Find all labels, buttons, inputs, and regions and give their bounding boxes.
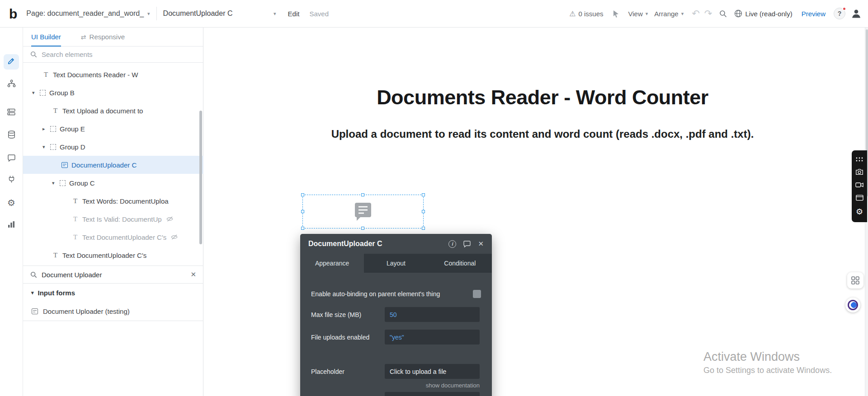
nav-comments-button[interactable] (4, 150, 19, 166)
page-dropdown[interactable]: Page: document_reader_and_word_ ▾ (26, 9, 150, 18)
resize-handle[interactable] (301, 193, 304, 196)
tree-item-text-is-valid[interactable]: T Text Is Valid: DocumentUp (23, 210, 203, 228)
notification-badge (842, 7, 846, 11)
uploads-enabled-value: "yes" (390, 334, 404, 341)
left-nav-rail: ⚙ (0, 28, 23, 396)
nav-workflow-button[interactable] (4, 77, 19, 92)
search-icon[interactable] (719, 10, 727, 18)
tree-item-label: DocumentUploader C (71, 161, 137, 169)
tree-item-group-e[interactable]: ▸ Group E (23, 120, 203, 138)
resize-handle[interactable] (422, 227, 425, 230)
tree-item-text-upload[interactable]: T Text Upload a document to (23, 102, 203, 120)
close-icon[interactable]: ✕ (478, 240, 484, 248)
help-button[interactable]: ? (834, 8, 845, 19)
drag-dots-icon[interactable] (856, 157, 863, 162)
activate-windows-watermark: Activate Windows (703, 350, 800, 364)
undo-icon[interactable]: ↶ (692, 8, 700, 19)
resize-handle[interactable] (361, 193, 364, 196)
edit-mode-label[interactable]: Edit (288, 10, 300, 18)
resize-handle[interactable] (301, 227, 304, 230)
tree-item-text-documents-reader[interactable]: T Text Documents Reader - W (23, 65, 203, 84)
section-header-label: Input forms (38, 289, 75, 297)
elements-panel: UI Builder ⇄ Responsive T Text Documents… (23, 28, 203, 396)
question-mark-icon: ? (838, 10, 842, 17)
info-icon[interactable]: i (448, 240, 456, 248)
resize-handle[interactable] (422, 193, 425, 196)
stacked-cards-icon (7, 108, 15, 117)
panel-scrollbar-thumb[interactable] (199, 111, 202, 244)
next-field-input-partial[interactable] (385, 392, 480, 396)
chevron-down-icon[interactable]: ▾ (32, 90, 40, 96)
tree-item-label: Text Documents Reader - W (53, 71, 138, 79)
issues-count-label: 0 issues (578, 10, 603, 18)
tree-item-group-b[interactable]: ▾ Group B (23, 84, 203, 102)
tree-item-documentuploader-c-selected[interactable]: DocumentUploader C (23, 156, 203, 174)
show-documentation-link[interactable]: show documentation (385, 382, 480, 389)
search-icon (30, 51, 37, 58)
arrange-menu[interactable]: Arrange ▾ (654, 10, 684, 18)
apps-grid-button[interactable] (847, 272, 863, 289)
element-dropdown[interactable]: DocumentUploader C ▾ (163, 9, 276, 18)
top-toolbar: b Page: document_reader_and_word_ ▾ Docu… (0, 0, 868, 28)
camera-icon[interactable] (855, 168, 863, 175)
clear-filter-icon[interactable]: ✕ (190, 270, 196, 279)
tree-item-text-words[interactable]: T Text Words: DocumentUploa (23, 192, 203, 210)
view-menu[interactable]: View ▾ (628, 10, 648, 18)
search-icon (30, 271, 37, 278)
tree-item-text-documentuploader-cs-hidden[interactable]: T Text DocumentUploader C's (23, 228, 203, 246)
max-file-size-input[interactable]: 50 (385, 307, 480, 322)
toolbar-right-group: ⚠ 0 issues View ▾ Arrange ▾ ↶ ↷ (569, 8, 862, 19)
live-status[interactable]: Live (read-only) (734, 9, 792, 18)
preview-button[interactable]: Preview (802, 10, 826, 18)
cursor-tool-icon[interactable] (613, 10, 619, 18)
tab-appearance[interactable]: Appearance (300, 254, 364, 273)
tree-item-label: Group E (60, 125, 85, 133)
tree-item-text-documentuploader-cs[interactable]: T Text DocumentUploader C's (23, 246, 203, 264)
tab-layout[interactable]: Layout (364, 254, 428, 273)
bubble-logo[interactable]: b (9, 0, 17, 28)
palette-item-label: Document Uploader (testing) (43, 307, 130, 315)
tree-item-group-d[interactable]: ▾ Group D (23, 138, 203, 156)
globe-icon (734, 9, 742, 18)
nav-plugins-button[interactable] (4, 172, 19, 188)
gear-icon[interactable]: ⚙ (856, 208, 863, 216)
nav-settings-button[interactable]: ⚙ (4, 195, 19, 210)
max-file-size-label: Max file size (MB) (311, 311, 385, 318)
element-filter-input[interactable] (42, 271, 186, 279)
resize-handle[interactable] (361, 227, 364, 230)
chevron-down-icon[interactable]: ▾ (52, 180, 60, 186)
nav-design-button[interactable] (4, 54, 19, 70)
placeholder-input[interactable]: Click to upload a file (385, 364, 480, 379)
redo-icon[interactable]: ↷ (704, 8, 712, 19)
search-elements-input[interactable] (42, 51, 196, 58)
palette-item-document-uploader[interactable]: Document Uploader (testing) (23, 302, 203, 321)
chevron-right-icon[interactable]: ▸ (42, 126, 50, 132)
saved-status: Saved (309, 10, 329, 18)
property-editor-titlebar[interactable]: DocumentUploader C i ✕ (300, 234, 492, 254)
nav-logs-button[interactable] (4, 218, 19, 233)
pencil-icon (7, 57, 15, 67)
resize-handle[interactable] (301, 210, 304, 213)
extension-logo-button[interactable] (845, 298, 860, 312)
chevron-down-icon: ▾ (274, 11, 276, 17)
nav-data-button[interactable] (4, 128, 19, 143)
video-camera-icon[interactable] (855, 182, 863, 188)
chevron-down-icon[interactable]: ▾ (42, 144, 50, 150)
tab-ui-builder[interactable]: UI Builder (31, 28, 61, 47)
tree-item-label: Text DocumentUploader C's (62, 252, 146, 259)
text-element-icon: T (42, 71, 49, 79)
autobind-checkbox[interactable] (473, 290, 481, 298)
resize-handle[interactable] (422, 210, 425, 213)
window-capture-icon[interactable] (856, 195, 863, 201)
issues-indicator[interactable]: ⚠ 0 issues (569, 9, 603, 18)
selected-uploader-element[interactable] (302, 195, 424, 228)
uploads-enabled-input[interactable]: "yes" (385, 330, 480, 345)
tab-responsive[interactable]: ⇄ Responsive (81, 28, 125, 46)
element-tree: T Text Documents Reader - W ▾ Group B T … (23, 65, 203, 264)
tree-item-group-c[interactable]: ▾ Group C (23, 174, 203, 192)
nav-styles-button[interactable] (4, 105, 19, 121)
user-avatar[interactable] (851, 8, 862, 19)
tab-conditional[interactable]: Conditional (428, 254, 492, 273)
comment-icon[interactable] (463, 241, 471, 247)
section-input-forms[interactable]: ▾ Input forms (23, 284, 203, 302)
